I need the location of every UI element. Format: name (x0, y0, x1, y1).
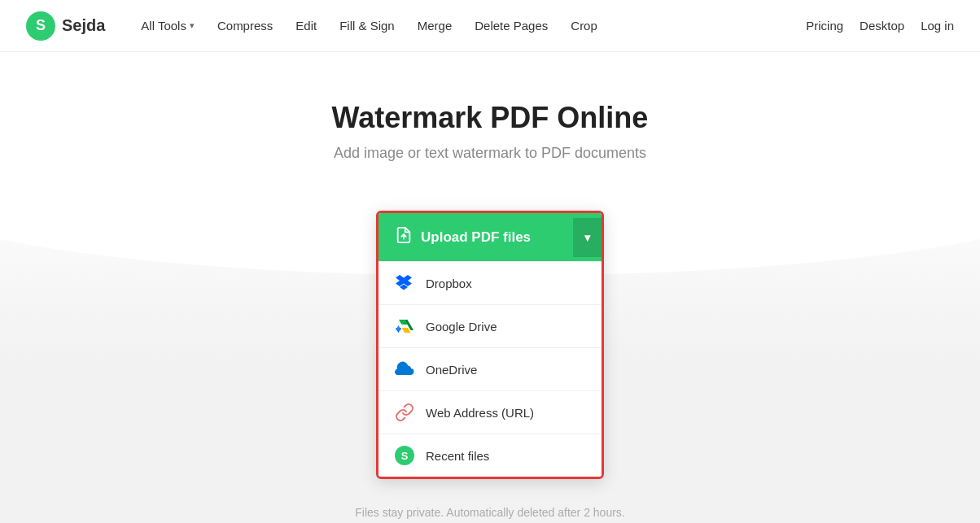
url-label: Web Address (URL) (426, 406, 534, 420)
dropbox-option[interactable]: Dropbox (378, 261, 602, 304)
onedrive-option[interactable]: OneDrive (378, 347, 602, 390)
nav-fill-sign[interactable]: Fill & Sign (330, 12, 405, 39)
upload-pdf-button[interactable]: Upload PDF files ▾ (378, 213, 602, 261)
recent-files-label: Recent files (426, 449, 489, 463)
upload-button-label: Upload PDF files (421, 229, 557, 246)
nav-login[interactable]: Log in (921, 19, 954, 33)
nav-pricing[interactable]: Pricing (806, 19, 843, 33)
page-title: Watermark PDF Online (16, 101, 964, 135)
google-drive-icon (395, 316, 414, 336)
pdf-icon (395, 226, 413, 248)
recent-files-option[interactable]: S Recent files (378, 434, 602, 477)
dropdown-arrow-icon[interactable]: ▾ (573, 218, 602, 257)
page-subtitle: Add image or text watermark to PDF docum… (16, 145, 964, 162)
logo-icon: S (26, 11, 55, 41)
nav-crop[interactable]: Crop (561, 12, 607, 39)
nav-delete-pages[interactable]: Delete Pages (465, 12, 558, 39)
nav-desktop[interactable]: Desktop (860, 19, 904, 33)
logo-text: Sejda (62, 16, 105, 35)
nav-links: All Tools ▾ Compress Edit Fill & Sign Me… (131, 12, 806, 39)
url-icon (395, 403, 414, 422)
dropbox-icon (395, 273, 414, 293)
upload-dropdown-wrapper: Upload PDF files ▾ Dropbox (376, 211, 604, 479)
upload-dropdown-menu: Dropbox (378, 261, 602, 477)
files-info-line1: Files stay private. Automatically delete… (300, 503, 680, 523)
gdrive-option[interactable]: Google Drive (378, 304, 602, 347)
navbar: S Sejda All Tools ▾ Compress Edit Fill &… (0, 0, 980, 52)
onedrive-label: OneDrive (426, 363, 477, 377)
nav-all-tools[interactable]: All Tools ▾ (131, 12, 204, 39)
nav-compress[interactable]: Compress (208, 12, 282, 39)
nav-edit[interactable]: Edit (286, 12, 326, 39)
nav-right: Pricing Desktop Log in (806, 19, 954, 33)
nav-merge[interactable]: Merge (408, 12, 462, 39)
logo-area[interactable]: S Sejda (26, 11, 105, 41)
url-option[interactable]: Web Address (URL) (378, 390, 602, 434)
hero-section: Watermark PDF Online Add image or text w… (0, 52, 980, 162)
upload-container: Upload PDF files ▾ Dropbox (300, 211, 680, 523)
onedrive-icon (395, 360, 414, 379)
files-info: Files stay private. Automatically delete… (300, 503, 680, 523)
chevron-down-icon: ▾ (190, 20, 195, 31)
upload-section: Upload PDF files ▾ Dropbox (0, 162, 980, 523)
gdrive-label: Google Drive (426, 320, 497, 333)
recent-files-icon: S (395, 446, 414, 465)
dropbox-label: Dropbox (426, 277, 472, 290)
